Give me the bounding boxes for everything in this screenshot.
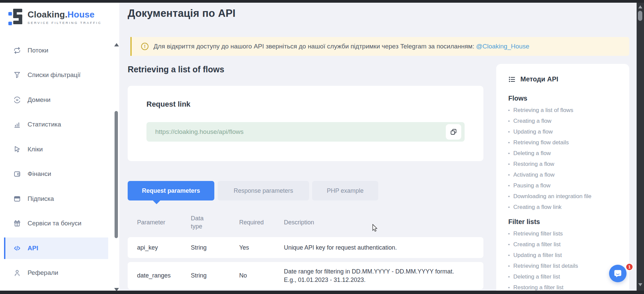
method-link[interactable]: Deleting a flow (508, 148, 629, 159)
credit-card-icon (13, 195, 21, 203)
sidebar-item-label: Списки фільтрації (28, 71, 81, 79)
logo-icon (8, 8, 24, 26)
sidebar-item-filter-lists[interactable]: Списки фільтрації (0, 64, 119, 86)
sidebar-item-finances[interactable]: Фінанси (0, 163, 119, 185)
cell-description: Unique API key for request authenticatio… (284, 244, 462, 252)
sync-icon (13, 47, 21, 54)
svg-text:w: w (15, 98, 18, 102)
method-link[interactable]: Activating a flow (508, 170, 629, 180)
scroll-down-arrow[interactable] (638, 283, 642, 286)
column-header: Data type (191, 214, 208, 231)
scrollbar-thumb[interactable] (638, 11, 642, 21)
window-top-edge (0, 0, 644, 3)
app-window: Cloaking.House SERVICE FILTERING TRAFFIC… (0, 0, 644, 294)
method-link[interactable]: Downloading an integration file (508, 191, 629, 202)
request-link-title: Request link (146, 100, 190, 109)
copy-icon (450, 128, 457, 135)
sidebar-item-services-bonuses[interactable]: Сервіси та бонуси (0, 213, 119, 234)
cell-data-type: String (191, 244, 239, 251)
methods-panel-title: Методи API (520, 75, 558, 83)
cell-parameter: api_key (137, 244, 191, 251)
method-link[interactable]: Retrieving a list of flows (508, 105, 629, 116)
bar-chart-icon (13, 121, 21, 128)
copy-button[interactable] (446, 124, 461, 140)
request-url: https://cloaking.house/api/flows (155, 128, 244, 136)
api-access-alert: ! Для відкриття доступу до нашого API зв… (130, 37, 629, 56)
telegram-link[interactable]: @Cloaking_House (476, 43, 529, 50)
person-icon (13, 269, 21, 277)
column-header: Parameter (137, 219, 191, 226)
page-title: Документація по API (128, 7, 235, 20)
method-link[interactable]: Restoring a flow (508, 159, 629, 170)
cell-required: Yes (239, 244, 284, 251)
chat-notification-badge: 1 (626, 263, 633, 271)
request-url-field[interactable]: https://cloaking.house/api/flows (146, 122, 465, 142)
table-row: api_key String Yes Unique API key for re… (128, 237, 483, 258)
cell-parameter: date_ranges (137, 272, 191, 279)
methods-section-flows: Flows (508, 95, 629, 102)
sidebar-item-subscription[interactable]: Підписка (0, 188, 119, 210)
tab-response-parameters[interactable]: Response parameters (218, 181, 309, 200)
method-link[interactable]: Creating a flow link (508, 202, 629, 213)
sidebar-item-domains[interactable]: w Домени (0, 89, 119, 111)
sidebar-item-label: Кліки (28, 146, 43, 153)
sidebar-item-api[interactable]: API (4, 237, 108, 259)
sidebar-item-label: Підписка (28, 195, 54, 203)
cursor-icon (13, 146, 21, 153)
sidebar-item-clicks[interactable]: Кліки (0, 139, 119, 160)
brand-tagline: SERVICE FILTERING TRAFFIC (28, 21, 102, 25)
globe-icon: w (13, 96, 21, 104)
table-row: date_ranges String No Date range for fil… (128, 262, 483, 289)
method-link[interactable]: Creating a filter list (508, 239, 629, 250)
request-link-card: Request link https://cloaking.house/api/… (128, 86, 483, 161)
sidebar-scroll-up-arrow[interactable] (114, 43, 119, 46)
sidebar-item-label: Фінанси (28, 170, 51, 178)
sidebar-item-label: API (28, 245, 38, 252)
code-icon (13, 245, 21, 252)
method-link[interactable]: Retrieving filter lists (508, 228, 629, 239)
sidebar-item-label: Потоки (28, 47, 48, 54)
method-link[interactable]: Updating a flow (508, 126, 629, 137)
section-title: Retrieving a list of flows (128, 65, 224, 74)
sidebar-item-label: Статистика (28, 121, 61, 128)
chat-widget-button[interactable] (609, 265, 627, 282)
method-link[interactable]: Updating a filter list (508, 250, 629, 261)
cell-required: No (239, 272, 284, 279)
sidebar-item-referrals[interactable]: Реферали (0, 262, 119, 284)
list-icon (508, 76, 516, 83)
sidebar: Cloaking.House SERVICE FILTERING TRAFFIC… (0, 3, 119, 291)
method-link[interactable]: Pausing a flow (508, 180, 629, 191)
sidebar-item-flows[interactable]: Потоки (0, 40, 119, 61)
sidebar-item-label: Домени (28, 96, 50, 104)
tab-request-parameters[interactable]: Request parameters (128, 181, 214, 200)
method-link[interactable]: Creating a flow (508, 116, 629, 126)
window-bottom-edge (0, 291, 644, 294)
column-header: Description (284, 218, 462, 226)
logo[interactable]: Cloaking.House SERVICE FILTERING TRAFFIC (8, 8, 102, 26)
gift-icon (13, 220, 21, 227)
api-methods-panel: Методи API Flows Retrieving a list of fl… (496, 64, 629, 294)
info-icon: ! (141, 43, 148, 50)
funnel-icon (13, 71, 21, 79)
table-header-row: Parameter Data type Required Description (128, 209, 483, 235)
methods-section-filter-lists: Filter lists (508, 218, 629, 226)
chat-bubble-icon (613, 268, 623, 279)
alert-text: Для відкриття доступу до нашого API звер… (154, 43, 474, 50)
cell-data-type: String (191, 272, 239, 279)
sidebar-scrollbar-thumb[interactable] (115, 111, 118, 238)
scroll-up-arrow[interactable] (638, 5, 642, 8)
wallet-icon (13, 170, 21, 178)
sidebar-item-label: Сервіси та бонуси (28, 220, 81, 227)
method-link[interactable]: Retrieving flow details (508, 137, 629, 148)
tab-php-example[interactable]: PHP example (312, 181, 378, 200)
sidebar-item-statistics[interactable]: Статистика (0, 114, 119, 135)
cell-description: Date range for filtering in DD.MM.YYYY -… (284, 267, 462, 284)
page-scrollbar[interactable] (637, 3, 644, 291)
column-header: Required (239, 219, 284, 226)
sidebar-item-label: Реферали (28, 269, 58, 277)
brand-name: Cloaking.House (28, 9, 102, 20)
